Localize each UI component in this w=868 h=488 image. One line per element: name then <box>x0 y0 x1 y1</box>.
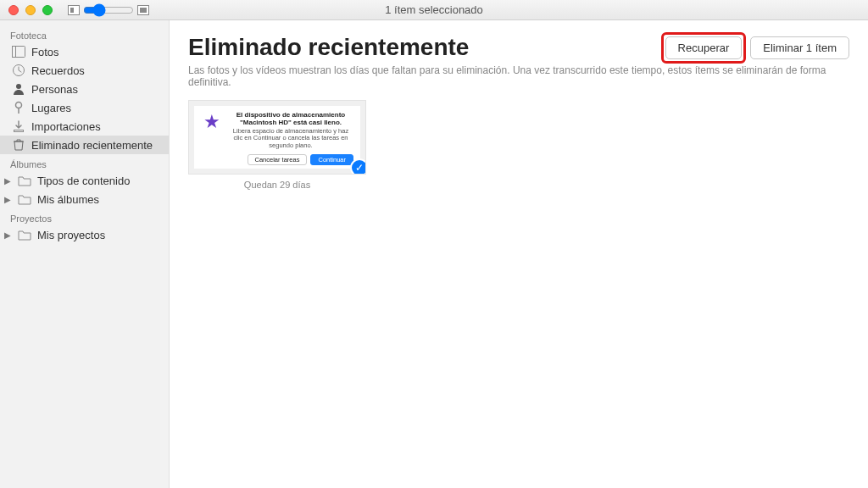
window-titlebar: 1 ítem seleccionado <box>0 0 868 20</box>
info-text: Las fotos y los vídeos muestran los días… <box>188 64 849 88</box>
pin-icon <box>12 101 25 114</box>
dialog-title-text: El dispositivo de almacenamiento "Macint… <box>228 111 353 126</box>
sidebar: Fototeca Fotos Recuerdos Personas Lugare… <box>0 20 170 488</box>
svg-point-4 <box>16 103 22 108</box>
sidebar-item-lugares[interactable]: Lugares <box>0 98 169 117</box>
svg-rect-0 <box>13 47 25 58</box>
thumbnail-dialog-preview: ★ El dispositivo de almacenamiento "Maci… <box>194 106 360 169</box>
sidebar-item-label: Eliminado recientemente <box>31 139 153 152</box>
recover-button[interactable]: Recuperar <box>665 36 743 59</box>
deleted-item[interactable]: ★ El dispositivo de almacenamiento "Maci… <box>188 100 366 190</box>
close-window-button[interactable] <box>8 5 19 15</box>
item-thumbnail: ★ El dispositivo de almacenamiento "Maci… <box>188 100 366 175</box>
sidebar-item-mis-albumes[interactable]: ▶ Mis álbumes <box>0 190 169 208</box>
delete-button[interactable]: Eliminar 1 ítem <box>750 36 849 59</box>
selected-checkmark-icon: ✓ <box>350 158 366 175</box>
traffic-lights <box>0 5 53 15</box>
sidebar-item-personas[interactable]: Personas <box>0 80 169 98</box>
sidebar-item-eliminado[interactable]: Eliminado recientemente <box>0 136 169 154</box>
dialog-cancel-button: Cancelar tareas <box>248 154 308 165</box>
folder-icon <box>18 174 31 187</box>
thumbnail-zoom-control <box>68 3 149 17</box>
zoom-large-icon <box>137 5 149 15</box>
dialog-continue-button: Continuar <box>310 154 353 165</box>
header-row: Eliminado recientemente Recuperar Elimin… <box>188 34 849 61</box>
chevron-right-icon: ▶ <box>3 230 12 240</box>
svg-rect-1 <box>13 47 16 58</box>
sidebar-item-fotos[interactable]: Fotos <box>0 42 169 61</box>
sidebar-item-label: Recuerdos <box>31 64 85 77</box>
svg-point-3 <box>16 84 21 89</box>
sidebar-section-albumes: Álbumes <box>0 154 169 171</box>
action-buttons: Recuperar Eliminar 1 ítem <box>665 36 849 59</box>
sidebar-item-mis-proyectos[interactable]: ▶ Mis proyectos <box>0 225 169 244</box>
chevron-right-icon: ▶ <box>3 195 12 204</box>
zoom-slider[interactable] <box>83 3 134 17</box>
sidebar-item-label: Fotos <box>31 46 59 58</box>
chevron-right-icon: ▶ <box>3 176 12 186</box>
sidebar-item-label: Lugares <box>31 102 71 114</box>
minimize-window-button[interactable] <box>25 5 36 15</box>
sidebar-item-recuerdos[interactable]: Recuerdos <box>0 61 169 80</box>
folder-icon <box>18 192 31 206</box>
sidebar-item-importaciones[interactable]: Importaciones <box>0 117 169 136</box>
sidebar-section-fototeca: Fototeca <box>0 25 169 42</box>
days-remaining-label: Quedan 29 días <box>188 180 366 190</box>
imovie-star-icon: ★ <box>201 111 223 133</box>
svg-rect-6 <box>14 130 24 132</box>
photos-icon <box>12 45 25 58</box>
trash-icon <box>12 138 25 152</box>
maximize-window-button[interactable] <box>42 5 53 15</box>
main-content: Eliminado recientemente Recuperar Elimin… <box>170 20 868 488</box>
download-icon <box>12 119 25 133</box>
folder-icon <box>18 228 31 241</box>
person-icon <box>12 82 25 96</box>
sidebar-item-label: Importaciones <box>31 120 101 133</box>
sidebar-section-proyectos: Proyectos <box>0 208 169 225</box>
zoom-small-icon <box>68 5 80 15</box>
sidebar-item-label: Mis proyectos <box>37 229 105 241</box>
sidebar-item-label: Tipos de contenido <box>37 175 130 187</box>
sidebar-item-label: Personas <box>31 83 78 96</box>
clock-icon <box>12 64 25 77</box>
page-title: Eliminado recientemente <box>188 34 469 61</box>
tutorial-highlight: Recuperar <box>665 36 743 59</box>
sidebar-item-tipos-contenido[interactable]: ▶ Tipos de contenido <box>0 171 169 190</box>
dialog-body-text: Libera espacio de almacenamiento y haz c… <box>228 128 353 149</box>
sidebar-item-label: Mis álbumes <box>37 193 99 206</box>
